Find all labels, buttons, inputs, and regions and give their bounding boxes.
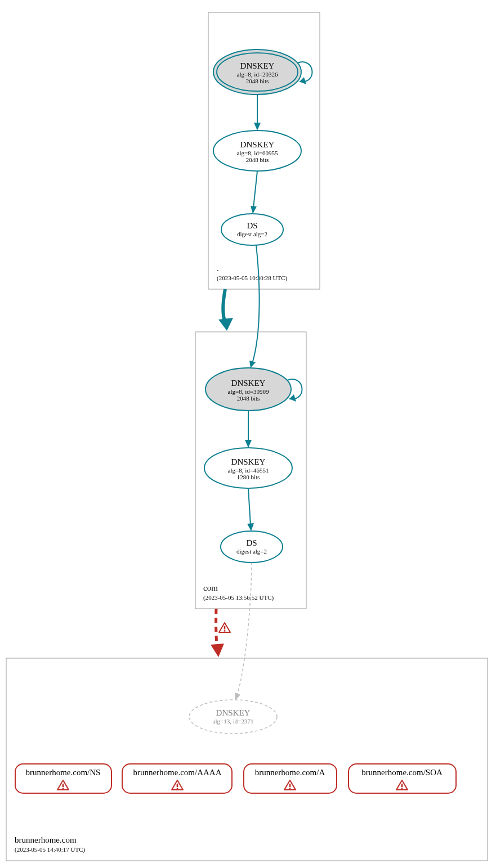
rrset-ns[interactable]: brunnerhome.com/NS [15, 764, 111, 793]
edge-com-zsk-ds [248, 488, 251, 525]
svg-text:digest alg=2: digest alg=2 [236, 548, 267, 555]
node-com-zsk[interactable]: DNSKEY alg=8, id=46551 1280 bits [204, 448, 292, 488]
svg-text:DNSKEY: DNSKEY [216, 708, 251, 717]
zone-timestamp-com: (2023-05-05 13:56:52 UTC) [203, 594, 274, 601]
node-root-zsk[interactable]: DNSKEY alg=8, id=60955 2048 bits [213, 131, 301, 171]
svg-text:alg=13, id=2371: alg=13, id=2371 [213, 718, 254, 725]
edge-com-ds-leaf-key [237, 563, 252, 695]
node-leaf-dnskey[interactable]: DNSKEY alg=13, id=2371 [189, 700, 277, 734]
zone-label-root: . [217, 264, 219, 273]
zone-box-leaf [6, 658, 488, 861]
zone-timestamp-leaf: (2023-05-05 14:40:17 UTC) [15, 846, 86, 853]
svg-marker-29 [247, 523, 254, 531]
svg-text:digest alg=2: digest alg=2 [237, 231, 267, 237]
svg-text:2048 bits: 2048 bits [237, 395, 260, 402]
svg-marker-34 [211, 644, 224, 657]
svg-text:brunnerhome.com/AAAA: brunnerhome.com/AAAA [133, 768, 221, 777]
svg-text:DNSKEY: DNSKEY [240, 61, 275, 70]
edge-root-ds-com-ksk [252, 245, 260, 363]
svg-text:alg=8, id=20326: alg=8, id=20326 [237, 71, 278, 78]
zone-label-leaf: brunnerhome.com [15, 835, 77, 844]
svg-text:DNSKEY: DNSKEY [240, 140, 275, 149]
svg-marker-7 [300, 77, 306, 84]
edge-delegation-root-com [223, 289, 225, 323]
svg-text:alg=8, id=30909: alg=8, id=30909 [228, 388, 269, 395]
zone-label-com: com [203, 583, 218, 592]
svg-marker-8 [254, 123, 261, 131]
svg-marker-18 [218, 318, 233, 331]
svg-text:brunnerhome.com/A: brunnerhome.com/A [255, 768, 325, 777]
svg-text:DS: DS [246, 538, 257, 547]
svg-text:1280 bits: 1280 bits [237, 474, 260, 480]
svg-marker-24 [245, 440, 252, 448]
edge-root-zsk-ds [253, 171, 257, 208]
dnssec-graph: . (2023-05-05 10:30:28 UTC) DNSKEY alg=8… [0, 0, 496, 868]
svg-marker-17 [249, 361, 256, 368]
svg-text:alg=8, id=60955: alg=8, id=60955 [237, 150, 278, 156]
svg-text:DS: DS [247, 221, 257, 230]
rrset-aaaa[interactable]: brunnerhome.com/AAAA [122, 764, 232, 793]
svg-text:DNSKEY: DNSKEY [231, 379, 266, 388]
svg-marker-13 [251, 206, 257, 214]
node-root-ksk[interactable]: DNSKEY alg=8, id=20326 2048 bits [213, 50, 301, 95]
node-com-ds[interactable]: DS digest alg=2 [221, 531, 283, 563]
svg-text:2048 bits: 2048 bits [246, 78, 269, 84]
rrset-soa[interactable]: brunnerhome.com/SOA [348, 764, 456, 793]
svg-marker-23 [289, 394, 296, 402]
node-root-ds[interactable]: DS digest alg=2 [221, 214, 283, 245]
svg-text:2048 bits: 2048 bits [246, 156, 269, 163]
rrset-a[interactable]: brunnerhome.com/A [244, 764, 337, 793]
node-com-ksk[interactable]: DNSKEY alg=8, id=30909 2048 bits [205, 368, 291, 411]
edge-delegation-com-leaf [216, 609, 217, 647]
svg-marker-33 [235, 692, 240, 700]
warning-icon [219, 623, 230, 632]
svg-text:DNSKEY: DNSKEY [231, 457, 266, 466]
zone-timestamp-root: (2023-05-05 10:30:28 UTC) [217, 275, 288, 282]
svg-text:brunnerhome.com/NS: brunnerhome.com/NS [26, 768, 101, 777]
svg-text:brunnerhome.com/SOA: brunnerhome.com/SOA [361, 768, 443, 777]
svg-text:alg=8, id=46551: alg=8, id=46551 [228, 467, 269, 474]
